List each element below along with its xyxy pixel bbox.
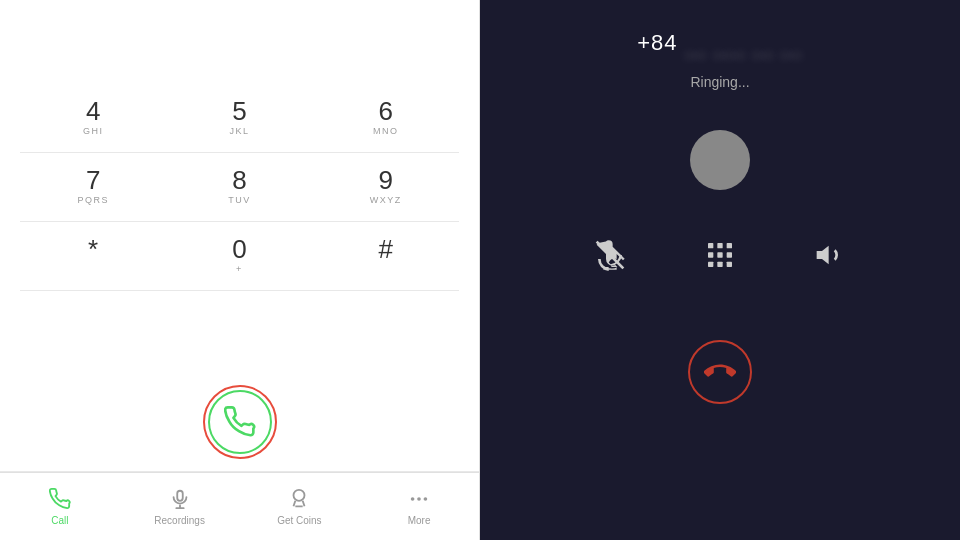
coins-nav-icon <box>287 487 311 511</box>
recordings-nav-icon <box>168 487 192 511</box>
key-0[interactable]: 0 + <box>166 222 312 291</box>
phone-icon <box>224 406 256 438</box>
key-5[interactable]: 5 JKL <box>166 84 312 153</box>
key-hash[interactable]: # <box>313 222 459 291</box>
svg-point-6 <box>424 497 428 501</box>
dialpad-grid: 4 GHI 5 JKL 6 MNO 7 PQRS 8 TUV 9 WX <box>20 84 459 291</box>
phone-number: +84 <box>637 30 677 56</box>
bottom-nav: Call Recordings Get Coins <box>0 472 479 540</box>
ringing-panel: +84 __ ___ __ __ Ringing... <box>480 0 960 540</box>
svg-rect-8 <box>708 243 713 248</box>
call-button-highlight <box>203 385 277 459</box>
dialer-panel: 4 GHI 5 JKL 6 MNO 7 PQRS 8 TUV 9 WX <box>0 0 480 540</box>
more-nav-icon <box>407 487 431 511</box>
end-call-row <box>688 340 752 404</box>
svg-rect-15 <box>717 262 722 267</box>
mute-icon <box>594 239 626 271</box>
nav-recordings-label: Recordings <box>154 515 205 526</box>
svg-point-3 <box>294 490 305 501</box>
end-call-phone-icon <box>704 356 736 388</box>
speaker-button[interactable] <box>805 230 855 280</box>
keypad-button[interactable] <box>695 230 745 280</box>
call-nav-icon <box>48 487 72 511</box>
nav-call-label: Call <box>51 515 68 526</box>
nav-item-recordings[interactable]: Recordings <box>120 473 240 540</box>
nav-item-get-coins[interactable]: Get Coins <box>240 473 360 540</box>
avatar <box>690 130 750 190</box>
key-8[interactable]: 8 TUV <box>166 153 312 222</box>
svg-rect-11 <box>708 252 713 257</box>
action-icons <box>585 230 855 280</box>
svg-point-4 <box>411 497 415 501</box>
call-button-row <box>0 375 479 472</box>
nav-coins-label: Get Coins <box>277 515 321 526</box>
svg-rect-0 <box>177 491 183 501</box>
key-4[interactable]: 4 GHI <box>20 84 166 153</box>
key-9[interactable]: 9 WXYZ <box>313 153 459 222</box>
key-6[interactable]: 6 MNO <box>313 84 459 153</box>
keypad-icon <box>704 239 736 271</box>
dialpad-area: 4 GHI 5 JKL 6 MNO 7 PQRS 8 TUV 9 WX <box>0 0 479 375</box>
nav-more-label: More <box>408 515 431 526</box>
call-button[interactable] <box>208 390 272 454</box>
nav-item-more[interactable]: More <box>359 473 479 540</box>
key-7[interactable]: 7 PQRS <box>20 153 166 222</box>
svg-rect-12 <box>717 252 722 257</box>
svg-rect-13 <box>727 252 732 257</box>
svg-rect-14 <box>708 262 713 267</box>
key-star[interactable]: * <box>20 222 166 291</box>
nav-item-call[interactable]: Call <box>0 473 120 540</box>
svg-rect-9 <box>717 243 722 248</box>
svg-rect-10 <box>727 243 732 248</box>
mute-button[interactable] <box>585 230 635 280</box>
speaker-icon <box>814 239 846 271</box>
svg-point-5 <box>417 497 421 501</box>
ringing-status: Ringing... <box>690 74 749 90</box>
svg-rect-16 <box>727 262 732 267</box>
phone-number-display: +84 __ ___ __ __ <box>637 30 803 66</box>
end-call-button[interactable] <box>688 340 752 404</box>
phone-number-blurred: __ ___ __ __ <box>685 39 802 57</box>
svg-marker-17 <box>817 246 829 265</box>
